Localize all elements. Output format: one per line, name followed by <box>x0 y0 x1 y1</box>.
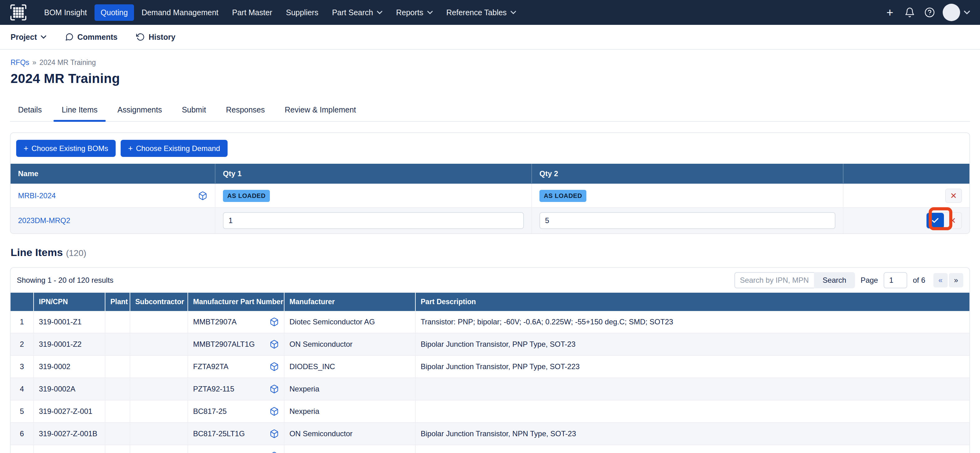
manufacturer-cell: Nexperia <box>284 400 415 423</box>
history-button[interactable]: History <box>136 33 175 42</box>
line-items-count: (120) <box>66 248 86 258</box>
nav-item-reports[interactable]: Reports <box>390 4 439 21</box>
tab-review-implement[interactable]: Review & Implement <box>277 100 364 121</box>
page-title: 2024 MR Training <box>11 71 969 86</box>
manufacturer-cell: ON Semiconductor <box>284 423 415 445</box>
chevron-down-icon <box>41 35 46 39</box>
mpn-value: FZTA92TA <box>193 362 229 371</box>
mpn-cell: BC817-25 <box>188 400 284 423</box>
comments-button[interactable]: Comments <box>65 33 118 42</box>
tab-submit[interactable]: Submit <box>174 100 214 121</box>
choose-existing-boms-label: Choose Existing BOMs <box>32 144 108 153</box>
create-new-button[interactable]: + <box>880 3 899 22</box>
plant-cell <box>105 423 130 445</box>
comments-label: Comments <box>77 33 118 42</box>
page-number-input[interactable] <box>884 272 907 288</box>
table-row: 6 319-0027-Z-001B BC817-25LT1G ON Semico… <box>11 423 969 445</box>
nav-item-demand-management[interactable]: Demand Management <box>135 4 224 21</box>
choose-existing-boms-button[interactable]: + Choose Existing BOMs <box>16 140 116 157</box>
next-page-button[interactable]: » <box>949 273 963 287</box>
nav-item-reference-tables[interactable]: Reference Tables <box>440 4 522 21</box>
mpn-value: BC807-25 <box>193 452 227 453</box>
subcontractor-cell <box>130 355 188 378</box>
table-row: 5 319-0027-Z-001 BC817-25 Nexperia <box>11 400 969 423</box>
part-description-cell: Bipolar Junction Transistor, PNP Type, S… <box>415 355 969 378</box>
ipn-cpn-cell: 319-0002A <box>33 378 105 400</box>
package-icon[interactable] <box>270 317 279 326</box>
choose-existing-demand-button[interactable]: + Choose Existing Demand <box>121 140 228 157</box>
tab-details[interactable]: Details <box>10 100 50 121</box>
previous-page-button[interactable]: « <box>933 273 948 287</box>
part-description-cell <box>415 400 969 423</box>
table-row: 4 319-0002A PZTA92-115 Nexperia <box>11 378 969 400</box>
as-loaded-badge: AS LOADED <box>223 190 270 202</box>
mpn-value: MMBT2907ALT1G <box>193 340 255 348</box>
chevron-down-icon <box>427 11 433 14</box>
manufacturer-cell: DIODES_INC <box>284 355 415 378</box>
tab-responses[interactable]: Responses <box>218 100 273 121</box>
bom-selection-card: + Choose Existing BOMs + Choose Existing… <box>10 132 970 234</box>
package-icon[interactable] <box>270 384 279 394</box>
page-label: Page <box>861 276 878 285</box>
line-items-table: IPN/CPN Plant Subcontractor Manufacturer… <box>11 293 969 453</box>
li-header-part-description: Part Description <box>415 293 969 311</box>
row-number-cell: 1 <box>11 311 33 333</box>
package-icon[interactable] <box>270 407 279 416</box>
ipn-cpn-cell: 319-0027-Z-001B <box>33 423 105 445</box>
project-menu[interactable]: Project <box>11 33 46 42</box>
qty2-input[interactable] <box>539 212 835 229</box>
subcontractor-cell <box>130 445 188 453</box>
tab-line-items[interactable]: Line Items <box>54 100 105 121</box>
secondary-toolbar: Project Comments History <box>0 25 980 50</box>
bom-link-mrbi-2024[interactable]: MRBI-2024 <box>18 192 56 200</box>
help-button[interactable] <box>920 3 939 22</box>
cancel-quantities-button[interactable]: ✕ <box>944 213 961 228</box>
package-icon[interactable] <box>270 362 279 371</box>
search-button[interactable]: Search <box>814 272 855 288</box>
nav-item-quoting[interactable]: Quoting <box>94 4 134 21</box>
user-menu-chevron-icon[interactable] <box>964 10 970 14</box>
project-menu-label: Project <box>11 33 37 42</box>
table-row: 1 319-0001-Z1 MMBT2907A Diotec Semicondu… <box>11 311 969 333</box>
qty1-input[interactable] <box>223 212 524 229</box>
notifications-button[interactable] <box>900 3 919 22</box>
app-logo-icon[interactable] <box>10 4 27 21</box>
line-items-card: Showing 1 - 20 of 120 results Search Pag… <box>10 267 970 453</box>
tab-assignments[interactable]: Assignments <box>110 100 170 121</box>
nav-item-part-search-label: Part Search <box>332 8 373 17</box>
bom-header-name: Name <box>11 164 215 184</box>
nav-item-suppliers[interactable]: Suppliers <box>280 4 325 21</box>
breadcrumb-separator: » <box>32 59 37 67</box>
plant-cell <box>105 378 130 400</box>
confirm-quantities-button[interactable] <box>926 213 944 228</box>
nav-item-part-search[interactable]: Part Search <box>326 4 389 21</box>
package-icon[interactable] <box>270 429 279 439</box>
choose-existing-demand-label: Choose Existing Demand <box>136 144 220 153</box>
subcontractor-cell <box>130 311 188 333</box>
chevron-down-icon <box>377 11 382 14</box>
ipn-cpn-cell: 319-0001-Z2 <box>33 333 105 355</box>
table-row: 3 319-0002 FZTA92TA DIODES_INC Bipolar J… <box>11 355 969 378</box>
nav-item-part-master[interactable]: Part Master <box>226 4 278 21</box>
table-row: 2 319-0001-Z2 MMBT2907ALT1G ON Semicondu… <box>11 333 969 355</box>
li-header-index <box>11 293 33 311</box>
search-input[interactable] <box>734 272 814 288</box>
breadcrumb-rfqs-link[interactable]: RFQs <box>11 59 29 67</box>
package-icon[interactable] <box>270 340 279 349</box>
page-total-label: of 6 <box>913 276 925 285</box>
nav-item-reports-label: Reports <box>396 8 423 17</box>
nav-item-bom-insight[interactable]: BOM Insight <box>38 4 93 21</box>
tab-bar: Details Line Items Assignments Submit Re… <box>10 100 970 122</box>
plant-cell <box>105 355 130 378</box>
line-items-heading-text: Line Items <box>11 246 63 258</box>
as-loaded-badge: AS LOADED <box>539 190 586 202</box>
remove-bom-button[interactable]: ✕ <box>945 188 962 203</box>
subcontractor-cell <box>130 423 188 445</box>
plant-cell <box>105 400 130 423</box>
bom-link-2023dm-mrq2[interactable]: 2023DM-MRQ2 <box>18 216 70 225</box>
user-avatar[interactable] <box>943 4 960 21</box>
part-description-cell: Bipolar Junction Transistor, NPN Type, S… <box>415 423 969 445</box>
package-icon[interactable] <box>270 451 279 453</box>
bom-table: Name Qty 1 Qty 2 MRBI-2024 AS LOADED AS … <box>11 164 969 233</box>
row-number-cell: 5 <box>11 400 33 423</box>
